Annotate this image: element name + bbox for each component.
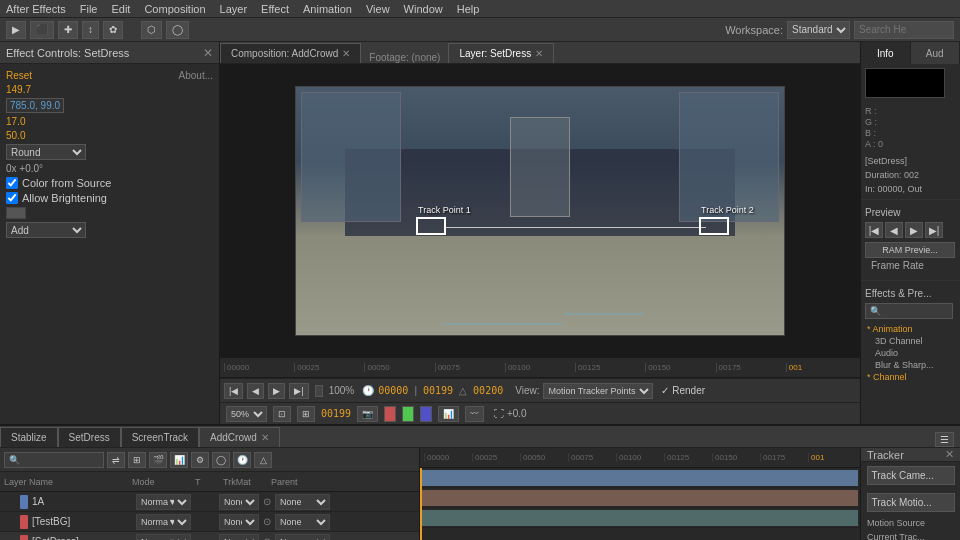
- ruler2-mark-3: 00075: [568, 453, 616, 462]
- motion-source-label: Motion Source: [861, 516, 960, 530]
- tl-btn-5[interactable]: ⚙: [191, 452, 209, 468]
- go-start-btn[interactable]: |◀: [224, 383, 243, 399]
- timeline-tab-screentrack[interactable]: ScreenTrack: [121, 427, 199, 447]
- tab-info[interactable]: Info: [861, 42, 911, 64]
- comp-tab-setdress[interactable]: Layer: SetDress ✕: [448, 43, 554, 63]
- color2-btn[interactable]: [402, 406, 414, 422]
- track-bar-testbg[interactable]: [420, 488, 860, 508]
- motion-btn[interactable]: 〰: [465, 406, 484, 422]
- tl-btn-3[interactable]: 🎬: [149, 452, 167, 468]
- timeline-controls: |◀ ◀ ▶ ▶| 100% 🕐 00000 | 00199 △ 00200 V…: [220, 378, 860, 402]
- menu-item-animation[interactable]: Animation: [303, 3, 352, 15]
- graph-btn[interactable]: 📊: [438, 406, 459, 422]
- layer-mode-2[interactable]: Norma▼: [136, 514, 191, 530]
- camera-btn[interactable]: 📷: [357, 406, 378, 422]
- prev-back-btn[interactable]: ◀: [885, 222, 903, 238]
- view-select[interactable]: Motion Tracker Points: [543, 383, 653, 399]
- effect-row-brighten: Allow Brightening: [6, 192, 213, 204]
- workspace-select[interactable]: Standard: [787, 21, 850, 39]
- comp-tab-close-1[interactable]: ✕: [342, 48, 350, 59]
- menu-item-effect[interactable]: Effect: [261, 3, 289, 15]
- layer-trkmat-3[interactable]: None: [219, 534, 259, 541]
- menu-item-file[interactable]: File: [80, 3, 98, 15]
- allow-brightening-checkbox[interactable]: [6, 192, 18, 204]
- play-btn[interactable]: ▶: [268, 383, 285, 399]
- track-camera-btn[interactable]: Track Came...: [867, 466, 955, 485]
- info-row-a: A : 0: [865, 139, 956, 149]
- layer-trkmat-2[interactable]: None: [219, 514, 259, 530]
- prev-last-btn[interactable]: ▶|: [925, 222, 943, 238]
- color3-btn[interactable]: [420, 406, 432, 422]
- prev-play-btn[interactable]: ▶: [905, 222, 923, 238]
- menu-item-window[interactable]: Window: [404, 3, 443, 15]
- fit-btn[interactable]: ⊡: [273, 406, 291, 422]
- timeline-left: ⇌ ⊞ 🎬 📊 ⚙ ◯ 🕐 △ Layer Name Mode T TrkMat…: [0, 448, 420, 540]
- effects-item-0[interactable]: * Animation: [865, 323, 956, 335]
- track-point-2[interactable]: Track Point 2: [699, 217, 729, 235]
- layer-trkmat-1[interactable]: None: [219, 494, 259, 510]
- layer-mode-3[interactable]: Norma▼: [136, 534, 191, 541]
- layer-parent-2[interactable]: None: [275, 514, 330, 530]
- color-from-source-checkbox[interactable]: [6, 177, 18, 189]
- menu-item-help[interactable]: Help: [457, 3, 480, 15]
- panel-close-btn[interactable]: ✕: [203, 46, 213, 60]
- round-dropdown[interactable]: Round: [6, 144, 86, 160]
- menu-item-ae[interactable]: After Effects: [6, 3, 66, 15]
- timeline-tab-addcrowd[interactable]: AddCrowd ✕: [199, 427, 280, 447]
- comp-tab-addcrowd[interactable]: Composition: AddCrowd ✕: [220, 43, 361, 63]
- preview-controls: |◀ ◀ ▶ ▶|: [865, 222, 956, 238]
- ruler-marks: 00000 00025 00050 00075 00100 00125 0015…: [224, 363, 856, 372]
- track-bar-1a[interactable]: [420, 468, 860, 488]
- grid-btn[interactable]: ⊞: [297, 406, 315, 422]
- blend-mode-dropdown[interactable]: Add: [6, 222, 86, 238]
- effects-item-3[interactable]: Blur & Sharp...: [865, 359, 956, 371]
- tl-btn-7[interactable]: 🕐: [233, 452, 251, 468]
- track-point-1[interactable]: Track Point 1: [416, 217, 446, 235]
- zoom-select[interactable]: 50%: [226, 406, 267, 422]
- menu-item-layer[interactable]: Layer: [220, 3, 248, 15]
- effects-item-2[interactable]: Audio: [865, 347, 956, 359]
- track-motion-btn[interactable]: Track Motio...: [867, 493, 955, 512]
- timeline-tab-close[interactable]: ✕: [261, 432, 269, 443]
- go-end-btn[interactable]: ▶|: [289, 383, 308, 399]
- timeline-menu-btn[interactable]: ☰: [935, 432, 954, 447]
- color-swatch[interactable]: [6, 207, 26, 219]
- toolbar-btn-4[interactable]: ↕: [82, 21, 99, 39]
- toolbar-btn-3[interactable]: ✚: [58, 21, 78, 39]
- tl-btn-2[interactable]: ⊞: [128, 452, 146, 468]
- toolbar-btn-7[interactable]: ◯: [166, 21, 189, 39]
- menu-item-view[interactable]: View: [366, 3, 390, 15]
- effects-item-4[interactable]: * Channel: [865, 371, 956, 383]
- tl-btn-8[interactable]: △: [254, 452, 272, 468]
- effects-search[interactable]: [865, 303, 953, 319]
- ram-preview-btn[interactable]: RAM Previe...: [865, 242, 955, 258]
- toolbar-btn-6[interactable]: ⬡: [141, 21, 162, 39]
- menu-item-composition[interactable]: Composition: [144, 3, 205, 15]
- layer-mode-1[interactable]: Norma▼: [136, 494, 191, 510]
- tracker-close[interactable]: ✕: [945, 448, 954, 461]
- play-back-btn[interactable]: ◀: [247, 383, 264, 399]
- toolbar-btn-5[interactable]: ✿: [103, 21, 123, 39]
- toolbar-btn-2[interactable]: ⬛: [30, 21, 54, 39]
- layer-search-input[interactable]: [4, 452, 104, 468]
- tl-btn-1[interactable]: ⇌: [107, 452, 125, 468]
- track-bar-setdress[interactable]: [420, 508, 860, 528]
- comp-tab-close-2[interactable]: ✕: [535, 48, 543, 59]
- search-input[interactable]: [854, 21, 954, 39]
- tl-btn-4[interactable]: 📊: [170, 452, 188, 468]
- timeline-tab-setdress[interactable]: SetDress: [58, 427, 121, 447]
- timeline-tab-stablize[interactable]: Stablize: [0, 427, 58, 447]
- prev-first-btn[interactable]: |◀: [865, 222, 883, 238]
- effect-row-round: Round: [6, 144, 213, 160]
- layer-parent-1[interactable]: None: [275, 494, 330, 510]
- effect-value-2[interactable]: 785.0, 99.0: [6, 98, 64, 113]
- tab-audio[interactable]: Aud: [911, 42, 961, 64]
- color-btn[interactable]: [384, 406, 396, 422]
- menu-item-edit[interactable]: Edit: [111, 3, 130, 15]
- layer-parent-3[interactable]: None: [275, 534, 330, 541]
- reset-btn[interactable]: Reset: [6, 70, 32, 81]
- effects-item-1[interactable]: 3D Channel: [865, 335, 956, 347]
- toolbar-btn-1[interactable]: ▶: [6, 21, 26, 39]
- tl-btn-6[interactable]: ◯: [212, 452, 230, 468]
- about-btn[interactable]: About...: [179, 70, 213, 81]
